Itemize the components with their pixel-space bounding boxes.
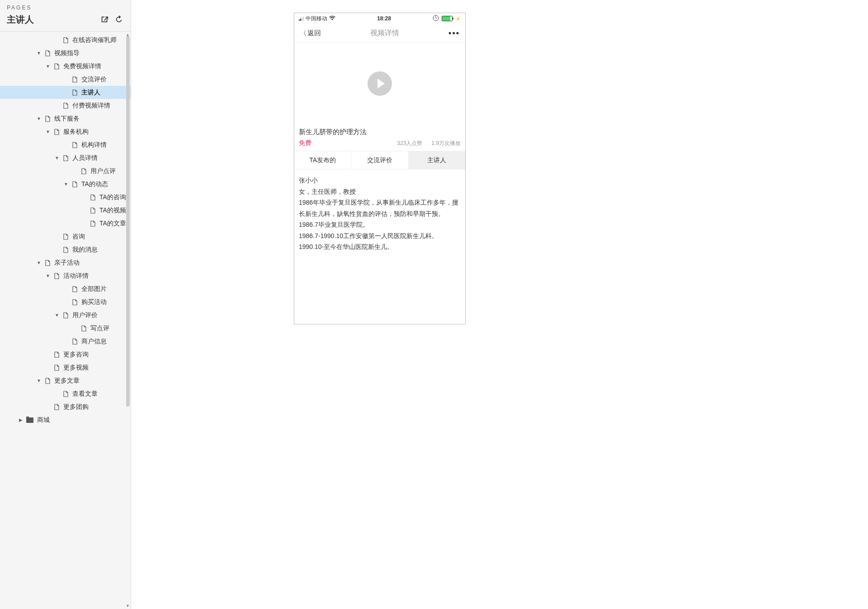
more-button[interactable]: •••	[448, 28, 460, 38]
tree-item-label: TA的动态	[81, 180, 131, 188]
collapse-icon[interactable]: ▼	[63, 182, 69, 187]
tree-item[interactable]: 商户信息	[0, 335, 131, 348]
tree-item[interactable]: ▼亲子活动	[0, 256, 131, 269]
tree-item-label: 用户评价	[72, 311, 131, 319]
tree-item[interactable]: 机构详情	[0, 138, 131, 151]
page-icon	[53, 273, 60, 279]
tree-item-label: 视频指导	[54, 49, 131, 57]
tab[interactable]: 交流评价	[351, 151, 408, 169]
tree-item[interactable]: ▼更多文章	[0, 374, 131, 387]
tree-item-label: 更多视频	[63, 364, 131, 372]
collapse-icon[interactable]: ▼	[45, 129, 51, 134]
tree-item[interactable]: TA的文章	[0, 217, 131, 230]
tree-item[interactable]: ▼视频指导	[0, 47, 131, 60]
tree-item[interactable]: 我的消息	[0, 243, 131, 256]
page-icon	[62, 312, 69, 319]
tree-item-label: 用户点评	[90, 167, 131, 175]
tree-item-label: 亲子活动	[54, 259, 131, 267]
tree-item[interactable]: 全部图片	[0, 282, 131, 295]
phone-mockup: 中国移动 18:28 ⚡ 〈 返回 视频详情 •••	[294, 13, 466, 324]
tree-item[interactable]: 在线咨询催乳师	[0, 33, 131, 47]
collapse-icon[interactable]: ▼	[36, 260, 42, 265]
tree-item-label: 活动详情	[63, 272, 131, 280]
page-icon	[90, 194, 96, 201]
sidebar-header: PAGES 主讲人	[0, 0, 131, 32]
tab[interactable]: TA发布的	[294, 151, 351, 169]
tree-item-label: 更多咨询	[63, 351, 131, 359]
page-icon	[53, 404, 60, 410]
page-icon	[71, 299, 78, 305]
tree-item-label: 写点评	[90, 324, 131, 333]
share-icon[interactable]	[100, 15, 109, 24]
tree-item-label: 线下服务	[54, 115, 131, 123]
scrollbar[interactable]	[126, 33, 130, 598]
scroll-down-arrow[interactable]: ▼	[126, 604, 130, 608]
collapse-icon[interactable]: ▼	[45, 64, 51, 69]
presenter-line: 1990.10-至今在华山医院新生儿。	[299, 241, 461, 253]
tree-item[interactable]: ▼服务机构	[0, 125, 131, 138]
video-player[interactable]	[294, 43, 465, 124]
presenter-line: 1986.7毕业复旦医学院。	[299, 219, 461, 230]
tree-item[interactable]: 主讲人	[0, 86, 131, 99]
tree-item[interactable]: 更多咨询	[0, 348, 131, 361]
collapse-icon[interactable]: ▼	[54, 155, 60, 160]
tree-item[interactable]: ▼免费视频详情	[0, 60, 131, 73]
back-button[interactable]: 〈 返回	[300, 29, 321, 37]
page-icon	[62, 37, 69, 43]
page-icon	[80, 168, 87, 174]
page-icon	[80, 325, 87, 332]
tree-item-label: 在线咨询催乳师	[72, 36, 131, 44]
tree-item-label: 商户信息	[81, 337, 131, 346]
plays-count: 1.9万次播放	[431, 140, 461, 147]
expand-icon[interactable]: ▶	[18, 417, 24, 422]
tree-item[interactable]: 付费视频详情	[0, 99, 131, 112]
tree-item-label: 更多团购	[63, 403, 131, 411]
page-icon	[90, 220, 96, 227]
presenter-line: 1986年毕业于复旦医学院，从事新生儿临床工作多年，擅长新生儿科，缺氧性贫血的评…	[299, 197, 461, 219]
collapse-icon[interactable]: ▼	[36, 116, 42, 121]
page-icon	[71, 286, 78, 292]
tree-item[interactable]: ▼人员详情	[0, 151, 131, 164]
signal-icon	[299, 16, 304, 21]
tree-item[interactable]: ▼TA的动态	[0, 178, 131, 191]
tree-item[interactable]: 用户点评	[0, 164, 131, 178]
nav-title: 视频详情	[370, 28, 399, 38]
tree-item[interactable]: TA的咨询	[0, 191, 131, 204]
tree-item-label: 商城	[37, 416, 131, 424]
status-bar: 中国移动 18:28 ⚡	[294, 13, 465, 24]
scrollbar-thumb[interactable]	[126, 36, 130, 407]
tree-item[interactable]: ▼活动详情	[0, 269, 131, 282]
tree-item[interactable]: ▼用户评价	[0, 309, 131, 322]
tree-item[interactable]: ▶商城	[0, 413, 131, 426]
tree-item[interactable]: 更多团购	[0, 400, 131, 413]
tree-item[interactable]: 查看文章	[0, 387, 131, 400]
tree-item[interactable]: 交流评价	[0, 73, 131, 86]
tree-item[interactable]: 购买活动	[0, 295, 131, 309]
page-icon	[44, 378, 51, 384]
tree-item[interactable]: ▼线下服务	[0, 112, 131, 125]
folder-icon	[26, 417, 33, 423]
tree-item[interactable]: 咨询	[0, 230, 131, 243]
tree-item-label: 主讲人	[81, 89, 131, 97]
tree-item-label: 免费视频详情	[63, 62, 131, 70]
collapse-icon[interactable]: ▼	[36, 378, 42, 383]
play-icon	[368, 71, 392, 96]
page-icon	[71, 76, 78, 83]
presenter-line: 女，主任医师，教授	[299, 186, 461, 197]
tree-item[interactable]: 写点评	[0, 322, 131, 335]
refresh-icon[interactable]	[115, 15, 124, 24]
likes-count: 323人点赞	[397, 140, 422, 147]
page-icon	[53, 351, 60, 358]
tree-item-label: 付费视频详情	[72, 102, 131, 110]
carrier-label: 中国移动	[306, 15, 327, 23]
collapse-icon[interactable]: ▼	[45, 273, 51, 278]
chevron-left-icon: 〈	[300, 29, 307, 37]
collapse-icon[interactable]: ▼	[54, 313, 60, 318]
tree-item-label: 查看文章	[72, 390, 131, 398]
charging-icon: ⚡	[455, 16, 461, 21]
tab[interactable]: 主讲人	[409, 151, 465, 169]
tree-item[interactable]: TA的视频	[0, 204, 131, 217]
collapse-icon[interactable]: ▼	[36, 51, 42, 56]
tree-item[interactable]: 更多视频	[0, 361, 131, 374]
page-icon	[53, 129, 60, 135]
